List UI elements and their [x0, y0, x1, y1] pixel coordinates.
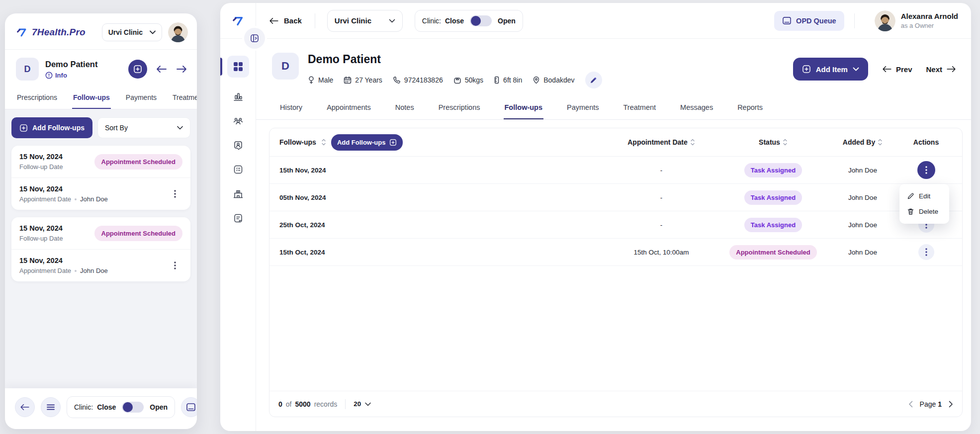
tab-payments[interactable]: Payments — [566, 98, 600, 119]
team-icon[interactable] — [233, 115, 244, 126]
clinic-selector[interactable]: Urvi Clinic — [102, 23, 162, 41]
tab-treatment[interactable]: Treatment — [623, 98, 657, 119]
clinic-selector[interactable]: Urvi Clinic — [327, 10, 403, 32]
patient-badge-icon[interactable] — [233, 140, 244, 151]
chevron-down-icon — [853, 67, 859, 71]
next-patient-arrow[interactable] — [176, 65, 187, 73]
chevron-down-icon — [150, 30, 156, 34]
prev-button[interactable]: Prev — [882, 65, 912, 74]
delete-menu-item[interactable]: Delete — [899, 204, 949, 219]
prev-patient-arrow[interactable] — [156, 65, 167, 73]
tab-reports[interactable]: Reports — [736, 98, 764, 119]
tab-treatments[interactable]: Treatments — [172, 88, 197, 109]
records-icon[interactable] — [233, 213, 244, 224]
screen-view-button[interactable] — [181, 397, 197, 417]
arrow-right-icon — [946, 66, 956, 73]
follow-ups-table: Follow-ups Add Follow-ups Appointment Da… — [269, 128, 963, 417]
tab-follow-ups[interactable]: Follow-ups — [504, 98, 544, 119]
main-topbar: Back Urvi Clinic Clinic: Close Open OPD … — [220, 3, 971, 39]
user-avatar[interactable] — [168, 22, 188, 42]
brand: 7Health.Pro — [16, 26, 96, 38]
tab-notes[interactable]: Notes — [394, 98, 415, 119]
tab-payments[interactable]: Payments — [125, 88, 158, 109]
tab-follow-ups[interactable]: Follow-ups — [72, 88, 111, 109]
row-context-menu: Edit Delete — [899, 184, 949, 224]
kebab-menu-button[interactable] — [917, 161, 935, 179]
table-row: 15th Nov, 2024 - Task Assigned John Doe — [269, 157, 962, 184]
location-icon — [533, 76, 540, 84]
patient-initial-avatar: D — [272, 53, 299, 80]
patient-side-panel: 7Health.Pro Urvi Clinic D Demo Patient I… — [5, 13, 197, 429]
patient-tabs: History Appointments Notes Prescriptions… — [256, 94, 971, 120]
chevron-down-icon — [389, 19, 395, 23]
divider — [315, 13, 315, 28]
clinic-open-toggle[interactable]: Clinic: Close Open — [415, 10, 523, 32]
status-badge: Appointment Scheduled — [729, 245, 817, 260]
info-icon — [45, 72, 53, 79]
add-item-button[interactable]: Add Item — [793, 58, 868, 81]
page-next-button[interactable] — [949, 401, 953, 408]
sort-icon[interactable] — [321, 139, 326, 146]
sort-icon[interactable] — [783, 139, 788, 146]
patient-info-link[interactable]: Info — [45, 72, 97, 79]
sort-icon[interactable] — [690, 139, 695, 146]
phone-icon — [393, 76, 401, 84]
patient-header: D Demo Patient Male 27 Years — [256, 39, 971, 91]
status-badge: Task Assigned — [744, 218, 802, 232]
sort-icon[interactable] — [878, 139, 883, 146]
tab-prescriptions[interactable]: Prescriptions — [16, 88, 58, 109]
patient-gender: Male — [308, 76, 333, 84]
add-follow-ups-table-button[interactable]: Add Follow-ups — [331, 134, 403, 151]
menu-lines-button[interactable] — [41, 397, 61, 417]
pencil-icon — [907, 192, 914, 200]
tab-messages[interactable]: Messages — [679, 98, 714, 119]
kebab-menu-button[interactable] — [168, 258, 182, 273]
user-menu[interactable]: Alexanra Arnold as a Owner — [875, 10, 958, 31]
back-arrow-button[interactable] — [15, 397, 35, 417]
toggle-switch[interactable] — [470, 15, 492, 26]
status-badge: Task Assigned — [744, 163, 802, 177]
edit-patient-button[interactable] — [585, 72, 602, 88]
page-prev-button[interactable] — [908, 401, 913, 408]
trash-icon — [907, 208, 914, 215]
tab-prescriptions[interactable]: Prescriptions — [438, 98, 481, 119]
dashboard-icon[interactable] — [227, 56, 249, 78]
tab-appointments[interactable]: Appointments — [326, 98, 372, 119]
plus-square-icon — [802, 65, 811, 74]
clinic-building-icon[interactable] — [233, 188, 244, 199]
record-count: 0 — [278, 400, 282, 408]
chevron-down-icon — [365, 402, 371, 406]
toggle-switch[interactable] — [122, 402, 144, 413]
back-button[interactable]: Back — [256, 16, 315, 25]
kebab-menu-button[interactable] — [168, 186, 182, 201]
follow-up-date-row: 15 Nov, 2024 Follow-up Date Appointment … — [11, 217, 190, 249]
opd-queue-button[interactable]: OPD Queue — [774, 11, 844, 31]
patient-name: Demo Patient — [45, 60, 97, 69]
patient-height: 6ft 8in — [494, 76, 522, 84]
kebab-menu-button[interactable] — [918, 244, 934, 260]
icon-rail — [220, 39, 256, 431]
analytics-icon[interactable] — [233, 91, 244, 102]
divider — [345, 399, 346, 409]
tasks-icon[interactable] — [233, 164, 244, 175]
clinic-open-toggle[interactable]: Clinic: Close Open — [67, 396, 175, 418]
next-button[interactable]: Next — [926, 65, 956, 74]
tab-history[interactable]: History — [279, 98, 303, 119]
edit-menu-item[interactable]: Edit — [899, 188, 949, 204]
plus-square-icon — [19, 124, 28, 132]
ruler-icon — [494, 76, 500, 84]
appointment-date-row: 15 Nov, 2024 Appointment DateJohn Doe — [11, 177, 190, 210]
add-patient-record-button[interactable] — [128, 60, 147, 79]
calendar-icon — [344, 76, 352, 84]
user-name: Alexanra Arnold — [901, 12, 958, 20]
patient-phone: 9724183826 — [393, 76, 443, 84]
page-size-dropdown[interactable]: 20 — [354, 400, 371, 408]
weight-icon — [453, 76, 461, 84]
collapse-sidebar-button[interactable] — [244, 28, 265, 49]
add-follow-ups-button[interactable]: Add Follow-ups — [11, 117, 92, 138]
left-panel-tabs: Prescriptions Follow-ups Payments Treatm… — [5, 86, 197, 109]
appointment-date-row: 15 Nov, 2024 Appointment DateJohn Doe — [11, 249, 190, 281]
divider — [854, 13, 855, 28]
sort-by-dropdown[interactable]: Sort By — [97, 117, 190, 138]
arrow-left-icon — [269, 17, 279, 24]
